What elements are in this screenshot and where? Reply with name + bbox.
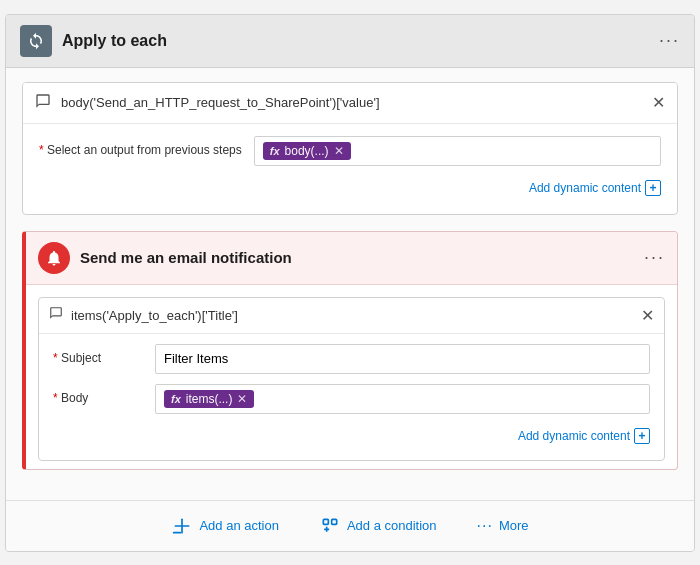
step1-block: body('Send_an_HTTP_request_to_SharePoint…: [22, 82, 678, 215]
card-footer: Add an action Add a condition ··· More: [6, 500, 694, 551]
subject-required-star: *: [53, 351, 58, 365]
subject-field[interactable]: [155, 344, 650, 374]
inner-step-block: items('Apply_to_each')['Title'] ✕ * Subj…: [38, 297, 665, 461]
subject-input[interactable]: [164, 351, 641, 366]
body-dynamic-label: Add dynamic content: [518, 429, 630, 443]
inner-step-header: items('Apply_to_each')['Title'] ✕: [39, 298, 664, 334]
apply-to-each-container: Apply to each ··· body('Send_an_HTTP_req…: [5, 14, 695, 552]
body-add-dynamic-link[interactable]: Add dynamic content +: [518, 428, 650, 444]
inner-comment-icon: [49, 306, 63, 324]
step1-form-row: * Select an output from previous steps f…: [39, 136, 661, 166]
body-add-dynamic: Add dynamic content +: [53, 424, 650, 450]
body-token-remove[interactable]: ✕: [237, 392, 247, 406]
body-label: * Body: [53, 384, 143, 405]
step1-dynamic-label: Add dynamic content: [529, 181, 641, 195]
loop-icon: [20, 25, 52, 57]
card-header: Apply to each ···: [6, 15, 694, 68]
body-fx-icon: fx: [171, 393, 181, 405]
step1-label: * Select an output from previous steps: [39, 136, 242, 157]
add-condition-icon: [319, 515, 341, 537]
step1-close-button[interactable]: ✕: [652, 93, 665, 112]
body-token[interactable]: fx items(...) ✕: [164, 390, 254, 408]
body-field[interactable]: fx items(...) ✕: [155, 384, 650, 414]
more-button[interactable]: ··· More: [477, 517, 529, 535]
bell-icon: [38, 242, 70, 274]
subject-form-row: * Subject: [53, 344, 650, 374]
step1-header: body('Send_an_HTTP_request_to_SharePoint…: [23, 83, 677, 124]
required-star: *: [39, 143, 44, 157]
inner-step-content: * Subject * Body: [39, 334, 664, 460]
add-action-button[interactable]: Add an action: [171, 515, 279, 537]
inner-expression: items('Apply_to_each')['Title']: [71, 308, 633, 323]
more-label: More: [499, 518, 529, 533]
fx-icon: fx: [270, 145, 280, 157]
add-action-label: Add an action: [199, 518, 279, 533]
email-title: Send me an email notification: [80, 249, 634, 266]
body-form-row: * Body fx items(...) ✕: [53, 384, 650, 414]
email-header: Send me an email notification ···: [26, 232, 677, 285]
step1-add-dynamic: Add dynamic content +: [39, 176, 661, 202]
step1-token-text: body(...): [285, 144, 329, 158]
svg-rect-2: [173, 531, 181, 533]
body-plus-icon: +: [634, 428, 650, 444]
body-token-text: items(...): [186, 392, 233, 406]
body-required-star: *: [53, 391, 58, 405]
card-header-title: Apply to each: [62, 32, 649, 50]
step1-plus-icon: +: [645, 180, 661, 196]
more-dots-icon: ···: [477, 517, 493, 535]
header-more-button[interactable]: ···: [659, 30, 680, 51]
add-condition-label: Add a condition: [347, 518, 437, 533]
step1-token-remove[interactable]: ✕: [334, 144, 344, 158]
step1-expression: body('Send_an_HTTP_request_to_SharePoint…: [61, 95, 642, 110]
subject-label: * Subject: [53, 344, 143, 365]
svg-rect-1: [182, 518, 184, 533]
inner-close-button[interactable]: ✕: [641, 306, 654, 325]
comment-icon: [35, 93, 51, 113]
add-action-icon: [171, 515, 193, 537]
email-block: Send me an email notification ··· items(…: [22, 231, 678, 470]
add-condition-button[interactable]: Add a condition: [319, 515, 437, 537]
email-more-button[interactable]: ···: [644, 247, 665, 268]
card-body: body('Send_an_HTTP_request_to_SharePoint…: [6, 68, 694, 500]
email-content: items('Apply_to_each')['Title'] ✕ * Subj…: [26, 297, 677, 461]
step1-token[interactable]: fx body(...) ✕: [263, 142, 351, 160]
step1-field[interactable]: fx body(...) ✕: [254, 136, 661, 166]
step1-add-dynamic-link[interactable]: Add dynamic content +: [529, 180, 661, 196]
step1-content: * Select an output from previous steps f…: [23, 124, 677, 214]
